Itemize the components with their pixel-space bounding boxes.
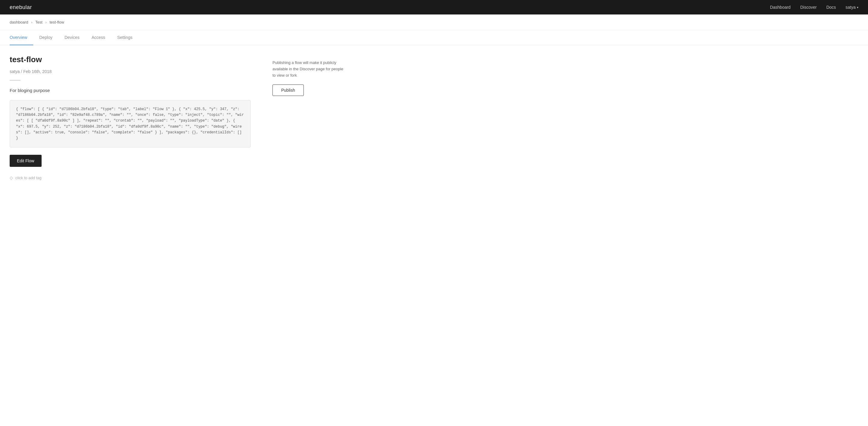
tab-deploy[interactable]: Deploy: [33, 30, 59, 45]
tag-placeholder[interactable]: click to add tag: [16, 176, 41, 180]
logo: enebular: [10, 4, 32, 10]
main-content: test-flow satya / Feb 16th, 2018 For blo…: [0, 45, 422, 190]
tag-icon: ◇: [10, 175, 13, 180]
main-nav: Dashboard Discover Docs satya: [770, 5, 858, 10]
divider: [10, 80, 21, 81]
tab-settings[interactable]: Settings: [111, 30, 138, 45]
nav-docs[interactable]: Docs: [827, 5, 836, 10]
breadcrumb-separator-2: ›: [45, 20, 48, 24]
flow-description: For bloging purpose: [10, 88, 251, 93]
flow-content: test-flow satya / Feb 16th, 2018 For blo…: [10, 55, 251, 180]
nav-dashboard[interactable]: Dashboard: [770, 5, 791, 10]
publish-description: Publishing a flow will make it publicly …: [273, 60, 347, 79]
header: enebular Dashboard Discover Docs satya: [0, 0, 868, 15]
breadcrumb-dashboard[interactable]: dashboard: [10, 20, 28, 24]
tab-devices[interactable]: Devices: [59, 30, 86, 45]
tab-access[interactable]: Access: [86, 30, 111, 45]
flow-meta: satya / Feb 16th, 2018: [10, 69, 251, 74]
nav-discover[interactable]: Discover: [800, 5, 816, 10]
breadcrumb-test-flow[interactable]: test-flow: [50, 20, 64, 24]
edit-flow-button[interactable]: Edit Flow: [10, 155, 41, 167]
sidebar: Publishing a flow will make it publicly …: [263, 55, 347, 180]
tag-area[interactable]: ◇ click to add tag: [10, 175, 251, 180]
breadcrumb: dashboard › Test › test-flow: [0, 15, 868, 30]
breadcrumb-test[interactable]: Test: [35, 20, 42, 24]
breadcrumb-separator-1: ›: [31, 20, 33, 24]
tab-overview[interactable]: Overview: [10, 30, 33, 45]
flow-code: { "flow": [ { "id": "d7186b04.2bfa18", "…: [10, 100, 251, 147]
publish-button[interactable]: Publish: [273, 84, 304, 96]
flow-title: test-flow: [10, 55, 251, 64]
tabs: Overview Deploy Devices Access Settings: [0, 30, 868, 45]
user-menu[interactable]: satya: [846, 5, 858, 10]
